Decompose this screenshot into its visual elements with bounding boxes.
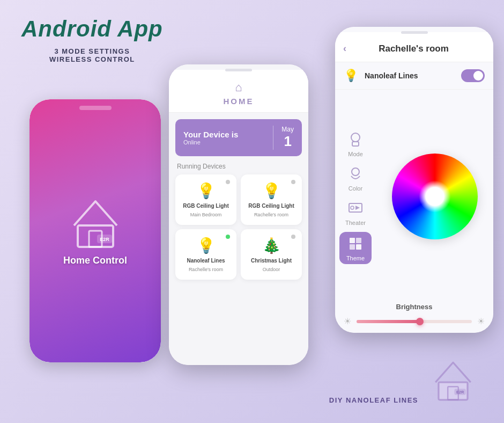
back-button[interactable]: ‹ [343, 43, 346, 54]
theme-icon [348, 236, 363, 254]
brightness-slider[interactable] [357, 320, 472, 323]
device-name-4: Christmas Light [251, 258, 292, 264]
mode-label: Mode [348, 151, 363, 157]
subtitle-line1: 3 MODE SETTINGS [21, 47, 163, 55]
device-online: Online [183, 139, 238, 145]
device-is-text: Your Device is [183, 130, 238, 139]
house-diy-icon: E2R [429, 356, 477, 404]
device-dot-3 [226, 235, 230, 239]
control-theme[interactable]: Theme [339, 232, 372, 264]
svg-point-4 [351, 133, 360, 142]
device-card-3[interactable]: 💡 Nanoleaf Lines Rachelle's room [175, 229, 236, 280]
brightness-row: ☀ ☀ [344, 316, 485, 326]
christmas-icon: 🎄 [262, 237, 281, 254]
light-icon-2: 💡 [262, 182, 281, 200]
device-room-3: Rachelle's room [189, 267, 223, 272]
device-dot-1 [226, 180, 230, 184]
color-icon-container: Color [344, 166, 367, 190]
phone3-notch-indicator [401, 31, 428, 34]
color-wheel[interactable] [392, 154, 478, 239]
brightness-section: Brightness ☀ ☀ [335, 303, 493, 333]
home-icon-svg: E2R [66, 196, 125, 250]
device-status: Your Device is Online [183, 130, 238, 145]
brightness-fill [357, 320, 420, 323]
phone1-notch [79, 106, 112, 110]
device-room-4: Outdoor [263, 267, 280, 272]
phone1-screen: E2R Home Control [29, 99, 161, 362]
devices-grid: 💡 RGB Ceiling Light Main Bedroom 💡 RGB C… [169, 174, 308, 280]
brightness-icon-low: ☀ [344, 316, 351, 326]
theater-icon [348, 201, 363, 218]
phone2-header: ⌂ HOME [169, 70, 308, 113]
toggle-switch[interactable] [461, 69, 485, 82]
phone3: ‹ Rachelle's room 💡 Nanoleaf Lines [335, 27, 493, 333]
device-name-1: RGB Ceiling Light [183, 203, 229, 209]
controls-col: Mode Color [335, 122, 376, 271]
device-date: May 1 [273, 126, 294, 150]
device-row-name: Nanoleaf Lines [365, 71, 455, 80]
diy-label: DIY NANOLEAF LINES [329, 396, 418, 404]
svg-marker-9 [355, 206, 360, 210]
device-room-2: Rachelle's room [254, 212, 288, 217]
phone2-screen: ⌂ HOME Your Device is Online May 1 Runni… [169, 64, 308, 365]
theme-label: Theme [346, 255, 365, 261]
phone1: E2R Home Control [29, 99, 161, 362]
theater-label: Theater [345, 220, 366, 226]
phone2: ⌂ HOME Your Device is Online May 1 Runni… [169, 64, 308, 365]
brightness-icon-high: ☀ [477, 316, 485, 326]
device-room-1: Main Bedroom [190, 212, 222, 217]
device-dot-4 [291, 235, 295, 239]
subtitle-line2: WIRELESS CONTROL [21, 55, 163, 63]
color-icon [348, 166, 363, 184]
mode-icon [348, 132, 363, 150]
svg-rect-13 [356, 244, 361, 250]
running-devices-label: Running Devices [169, 163, 308, 174]
nanoleaf-icon: 💡 [344, 69, 358, 83]
device-card-4[interactable]: 🎄 Christmas Light Outdoor [241, 229, 302, 280]
app-title: Android App [21, 16, 163, 42]
light-icon-3: 💡 [197, 237, 216, 254]
svg-rect-10 [350, 238, 355, 243]
svg-point-6 [352, 168, 359, 176]
svg-rect-5 [352, 142, 359, 146]
device-dot-2 [291, 180, 295, 184]
device-card-2[interactable]: 💡 RGB Ceiling Light Rachelle's room [241, 174, 302, 225]
device-name-3: Nanoleaf Lines [187, 258, 225, 264]
svg-text:E2R: E2R [100, 237, 109, 242]
device-month: May [281, 126, 294, 133]
device-name-2: RGB Ceiling Light [248, 203, 294, 209]
mode-icon-container: Mode [344, 132, 367, 156]
brightness-label: Brightness [344, 303, 485, 311]
control-mode[interactable]: Mode [335, 127, 376, 161]
brightness-thumb [416, 318, 424, 325]
light-icon-1: 💡 [197, 182, 216, 200]
theme-icon-container: Theme [344, 236, 367, 260]
svg-text:E2R: E2R [456, 390, 464, 395]
control-theater[interactable]: Theater [335, 195, 376, 230]
device-row: 💡 Nanoleaf Lines [335, 62, 493, 90]
header-section: Android App 3 MODE SETTINGS WIRELESS CON… [21, 16, 163, 63]
controls-and-wheel: Mode Color [335, 90, 493, 303]
device-day: 1 [281, 133, 294, 150]
device-card-1[interactable]: 💡 RGB Ceiling Light Main Bedroom [175, 174, 236, 225]
color-wheel-container [376, 154, 493, 239]
home-icon-container: E2R Home Control [63, 196, 127, 266]
color-label: Color [349, 185, 362, 192]
svg-rect-12 [350, 244, 355, 250]
phone2-title: HOME [224, 97, 254, 106]
phone2-notch-indicator [225, 69, 252, 71]
phone3-screen: ‹ Rachelle's room 💡 Nanoleaf Lines [335, 27, 493, 333]
bottom-house: DIY NANOLEAF LINES E2R [329, 356, 477, 404]
home-label: Home Control [63, 255, 127, 266]
svg-rect-11 [356, 238, 361, 243]
subtitle: 3 MODE SETTINGS WIRELESS CONTROL [21, 47, 163, 63]
control-color[interactable]: Color [335, 161, 376, 195]
svg-point-8 [351, 206, 354, 209]
room-title: Rachelle's room [352, 43, 485, 54]
phone2-home-icon: ⌂ [235, 81, 242, 94]
phone3-header: ‹ Rachelle's room [335, 32, 493, 62]
theater-icon-container: Theater [344, 201, 367, 224]
device-banner: Your Device is Online May 1 [175, 119, 302, 156]
